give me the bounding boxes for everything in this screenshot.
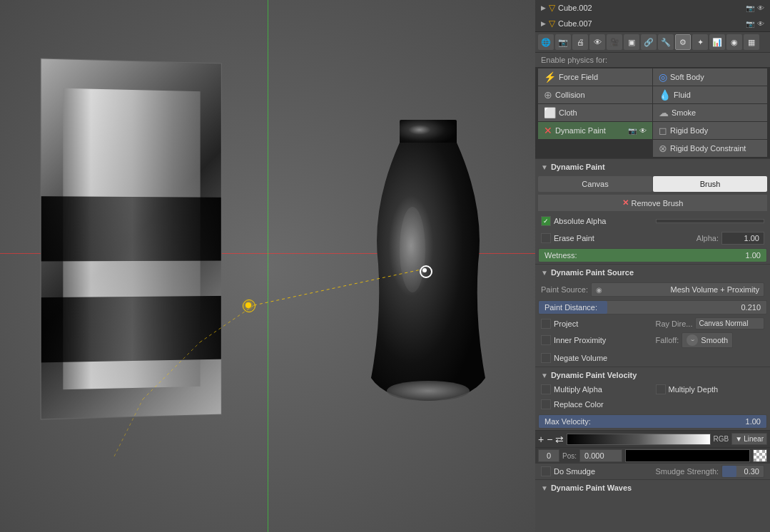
pos-value[interactable]: 0.000 xyxy=(579,449,622,462)
project-checkbox[interactable] xyxy=(541,319,551,329)
properties-toolbar: 🌐 📷 🖨 👁 🎥 ▣ 🔗 🔧 ⚙ ✦ 📊 ◉ ▦ xyxy=(535,32,770,53)
brush-tab[interactable]: Brush xyxy=(653,176,767,192)
force-field-icon: ⚡ xyxy=(544,71,556,83)
paint-distance-row: Paint Distance: 0.210 xyxy=(535,299,770,316)
rigid-body-btn[interactable]: ◻ Rigid Body xyxy=(653,122,767,139)
remove-brush-button[interactable]: ✕ Remove Brush xyxy=(538,195,767,211)
dp-waves-section-header[interactable]: ▼ Dynamic Paint Waves xyxy=(535,479,770,496)
erase-paint-checkbox[interactable] xyxy=(541,233,551,243)
smoke-btn[interactable]: ☁ Smoke xyxy=(653,104,767,121)
negate-volume-row: Negate Volume xyxy=(535,349,770,367)
reverse-color-strip-icon[interactable]: ⇄ xyxy=(555,434,564,445)
fluid-icon: 💧 xyxy=(659,89,671,101)
smudge-row: Do Smudge Smudge Strength: 0.30 xyxy=(535,464,770,479)
cube007-eye-icon[interactable]: 👁 xyxy=(757,20,764,28)
light-object[interactable] xyxy=(243,300,254,311)
rgb-label: RGB xyxy=(714,435,729,443)
tb-material-icon[interactable]: ◉ xyxy=(726,34,742,50)
tb-constraint-icon[interactable]: 🔗 xyxy=(641,34,657,50)
paint-distance-slider[interactable]: Paint Distance: 0.210 xyxy=(538,300,767,314)
smudge-strength-slider[interactable]: 0.30 xyxy=(721,465,764,478)
canvas-normal-select[interactable]: Canvas Normal xyxy=(695,317,764,329)
svg-point-3 xyxy=(400,207,425,292)
absolute-alpha-checkbox[interactable] xyxy=(541,216,551,226)
eye-toggle[interactable]: 👁 xyxy=(639,127,647,135)
rigid-body-constraint-btn[interactable]: ⊗ Rigid Body Constraint xyxy=(653,140,767,157)
cube002-name: Cube.002 xyxy=(558,4,592,12)
tb-object-icon[interactable]: ▣ xyxy=(624,34,639,50)
cube007-name: Cube.007 xyxy=(558,19,592,28)
force-field-btn[interactable]: ⚡ Force Field xyxy=(538,68,652,86)
tb-render-icon[interactable]: 📷 xyxy=(555,34,571,50)
tb-texture-icon[interactable]: ▦ xyxy=(744,34,759,50)
inner-proximity-row: Inner Proximity Falloff: ⌣ Smooth xyxy=(535,331,770,349)
paint-source-mesh-icon: ◉ xyxy=(596,286,602,294)
wetness-row: Wetness: 1.00 xyxy=(535,247,770,264)
paint-source-select[interactable]: ◉ Mesh Volume + Proximity xyxy=(591,282,764,297)
svg-rect-1 xyxy=(400,120,457,145)
max-velocity-slider[interactable]: Max Velocity: 1.00 xyxy=(538,414,767,429)
replace-color-row: Replace Color xyxy=(535,396,770,413)
cube002-expand-icon: ▶ xyxy=(541,4,546,11)
tb-particle-icon[interactable]: ✦ xyxy=(692,34,708,50)
inner-proximity-checkbox[interactable] xyxy=(541,335,551,345)
canvas-brush-tabs: Canvas Brush xyxy=(535,175,770,193)
cube007-expand-icon: ▶ xyxy=(541,20,546,27)
camera-btn[interactable]: 📷 xyxy=(628,127,637,135)
tb-output-icon[interactable]: 🖨 xyxy=(572,34,588,50)
negate-volume-checkbox[interactable] xyxy=(541,353,551,363)
tb-camera-icon[interactable]: 🎥 xyxy=(607,34,622,50)
do-smudge-checkbox[interactable] xyxy=(541,466,551,476)
erase-paint-row: Erase Paint Alpha: 1.00 xyxy=(535,230,770,247)
viewport[interactable] xyxy=(0,0,535,532)
tb-scene-icon[interactable]: 🌐 xyxy=(538,34,554,50)
object-item-cube002[interactable]: ▶ ▽ Cube.002 📷 👁 xyxy=(535,0,770,16)
color-gradient-strip[interactable] xyxy=(567,434,710,445)
dp-velocity-arrow: ▼ xyxy=(541,372,548,379)
cube002-mesh-icon: ▽ xyxy=(549,3,555,13)
color-stop-num[interactable]: 0 xyxy=(538,449,559,462)
svg-point-2 xyxy=(387,381,470,401)
rigid-body-icon: ◻ xyxy=(659,125,667,136)
tb-data-icon[interactable]: 📊 xyxy=(709,34,725,50)
tb-physics-icon[interactable]: ⚙ xyxy=(675,34,691,50)
cube002-eye-icon[interactable]: 👁 xyxy=(757,4,764,12)
remove-brush-x-icon: ✕ xyxy=(622,198,629,208)
object-item-cube007[interactable]: ▶ ▽ Cube.007 📷 👁 xyxy=(535,16,770,31)
tb-modifier-icon[interactable]: 🔧 xyxy=(658,34,674,50)
multiply-alpha-checkbox[interactable] xyxy=(541,384,551,394)
cube007-mesh-icon: ▽ xyxy=(549,19,555,29)
dynamic-paint-btn[interactable]: ✕ Dynamic Paint 📷 👁 xyxy=(538,122,652,139)
replace-color-checkbox[interactable] xyxy=(541,399,551,409)
velocity-options-row: Multiply Alpha Multiply Depth xyxy=(535,383,770,396)
cube007-camera-icon: 📷 xyxy=(746,20,754,28)
dynamic-paint-icon: ✕ xyxy=(544,125,552,136)
collision-btn[interactable]: ⊕ Collision xyxy=(538,86,652,103)
enable-physics-label: Enable physics for: xyxy=(535,53,770,67)
soft-body-btn[interactable]: ◎ Soft Body xyxy=(653,68,767,86)
right-vase-object xyxy=(364,107,492,406)
canvas-tab[interactable]: Canvas xyxy=(538,176,652,192)
remove-color-stop-icon[interactable]: − xyxy=(547,434,552,445)
color-mode-icon: ▼ xyxy=(735,435,742,443)
fluid-btn[interactable]: 💧 Fluid xyxy=(653,86,767,103)
wetness-slider[interactable]: Wetness: 1.00 xyxy=(538,248,767,262)
add-color-stop-icon[interactable]: + xyxy=(538,434,544,445)
linear-select[interactable]: ▼ Linear xyxy=(731,433,767,445)
grid-vertical xyxy=(268,0,268,532)
dynamic-paint-section-header[interactable]: ▼ Dynamic Paint xyxy=(535,158,770,175)
dp-velocity-section-header[interactable]: ▼ Dynamic Paint Velocity xyxy=(535,367,770,383)
dp-source-section-header[interactable]: ▼ Dynamic Paint Source xyxy=(535,264,770,280)
multiply-depth-checkbox[interactable] xyxy=(656,384,666,394)
remove-brush-row: ✕ Remove Brush xyxy=(535,193,770,213)
soft-body-icon: ◎ xyxy=(659,71,667,83)
tb-view-icon[interactable]: 👁 xyxy=(589,34,605,50)
dp-collapse-arrow: ▼ xyxy=(541,163,548,171)
color-alpha-checker xyxy=(753,449,767,462)
absolute-alpha-row: Absolute Alpha xyxy=(535,213,770,230)
color-swatch[interactable] xyxy=(625,449,750,462)
rigid-body-constraint-icon: ⊗ xyxy=(659,143,667,154)
falloff-select[interactable]: ⌣ Smooth xyxy=(682,332,733,348)
cloth-btn[interactable]: ⬜ Cloth xyxy=(538,104,652,121)
alpha-value[interactable]: 1.00 xyxy=(721,232,764,245)
